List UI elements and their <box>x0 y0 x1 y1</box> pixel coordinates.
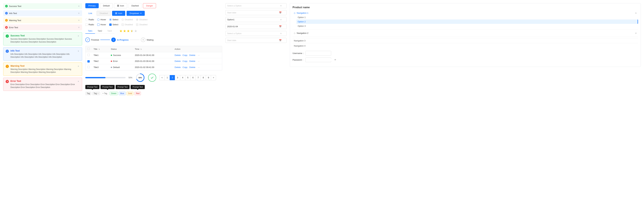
table-select-all[interactable] <box>88 48 90 50</box>
checkbox-hover[interactable]: Hover <box>97 23 106 26</box>
password-field: 👁 <box>306 58 331 62</box>
nav-option-1[interactable]: Option 1 <box>296 15 638 20</box>
date-1[interactable]: Start date 📅 <box>226 10 286 15</box>
row3-copy[interactable]: Copy <box>182 66 188 69</box>
row2-delete2[interactable]: Delete <box>189 60 196 62</box>
time-sort-icon[interactable]: ⇅ <box>140 48 142 50</box>
dashed-button[interactable]: Dashed <box>128 3 142 8</box>
next-page-button[interactable]: > <box>211 75 216 80</box>
page-3-button[interactable]: 3 <box>175 75 180 80</box>
row3-delete2[interactable]: Delete <box>189 66 196 69</box>
eye-icon[interactable]: 👁 <box>334 59 336 61</box>
tooltip-4[interactable]: Prompt Text <box>130 85 145 89</box>
alert-close[interactable]: × <box>77 65 80 68</box>
checkbox-disabled-box <box>122 24 124 26</box>
row2-checkbox[interactable]: ✓ <box>88 60 90 63</box>
alert-close[interactable]: × <box>78 5 80 8</box>
radio-hover[interactable]: Hover <box>97 18 106 21</box>
select-2[interactable]: Option1 ∨ <box>226 17 286 22</box>
tab-2[interactable]: Tab2 <box>95 28 105 34</box>
stars-rating[interactable]: ★ ★ ★ ★ ★ ★ <box>119 29 137 33</box>
page-6-button[interactable]: 6 <box>190 75 196 80</box>
row1-delete1[interactable]: Delete <box>175 54 181 56</box>
nav-option-2[interactable]: Option 2 <box>296 20 638 24</box>
prev-page-button[interactable]: < <box>160 75 164 80</box>
alert-close[interactable]: × <box>78 26 80 29</box>
select-box-3[interactable]: Select a Option ∨ <box>226 31 286 36</box>
tag-close-icon[interactable]: × <box>98 92 98 94</box>
circle-progress-label: 68% <box>138 77 142 79</box>
password-input[interactable] <box>307 59 334 61</box>
alert-close[interactable]: × <box>78 19 80 22</box>
checkbox-label: Radio <box>88 23 94 26</box>
nav-section-3[interactable]: Navigation 3 <box>292 38 638 43</box>
circular-progress: 68% <box>136 73 145 82</box>
select-3[interactable]: Select a Option ∨ <box>226 31 286 36</box>
row2-more[interactable]: ··· <box>198 60 200 62</box>
tab-1[interactable]: Tab1 <box>85 28 95 34</box>
svg-rect-0 <box>117 5 118 6</box>
date-3[interactable]: Start date 📅 <box>226 38 286 43</box>
icon-button[interactable]: Icon <box>114 3 127 8</box>
checkbox-selected[interactable]: ✓ Select <box>109 23 118 26</box>
alert-close[interactable]: × <box>77 34 80 38</box>
date-box-2[interactable]: 2020-01-04 📅 <box>226 24 286 29</box>
page-8-button[interactable]: 8 <box>200 75 206 80</box>
alert-info-desc: Info Description Info Description Info D… <box>10 53 76 59</box>
page-5-button[interactable]: 5 <box>185 75 190 80</box>
step-finished-label: Finished <box>91 39 99 41</box>
tags-row: Tag Tag × + Tag Green Blue Gold Red <box>85 92 222 95</box>
nav-product-name: Product name <box>292 6 638 9</box>
radio-selected[interactable]: Select <box>109 18 118 21</box>
alert-close[interactable]: × <box>78 12 80 15</box>
row3-checkbox[interactable] <box>88 66 90 68</box>
tag-add-button[interactable]: + Tag <box>101 92 108 95</box>
row1-delete2[interactable]: Delete <box>189 54 196 56</box>
page-7-button[interactable]: 7 <box>196 75 200 80</box>
date-box-3[interactable]: Start date 📅 <box>226 38 286 43</box>
primary-button[interactable]: Primary <box>85 3 99 8</box>
tooltip-2[interactable]: Prompt Text <box>100 85 115 89</box>
dropdown-button[interactable]: Dropdown ▼ <box>126 11 145 16</box>
alert-error-title: Error Text <box>10 80 76 82</box>
row2-copy[interactable]: Copy <box>182 60 188 62</box>
tooltip-3[interactable]: Prompt Text <box>116 85 130 89</box>
page-4-button[interactable]: 4 <box>180 75 185 80</box>
row1-more[interactable]: ··· <box>198 54 200 56</box>
alert-close[interactable]: × <box>77 80 80 83</box>
alert-close[interactable]: × <box>77 50 80 53</box>
row1-checkbox[interactable] <box>88 54 90 56</box>
progress-bar-fill <box>85 77 106 78</box>
row1-copy[interactable]: Copy <box>182 54 188 56</box>
date-2[interactable]: 2020-01-04 📅 <box>226 24 286 29</box>
row3-delete1[interactable]: Delete <box>175 66 181 69</box>
page-2-button[interactable]: 2 <box>170 75 175 80</box>
link-button[interactable]: Link <box>85 11 95 16</box>
danger-button[interactable]: Danger <box>143 3 156 8</box>
checkbox-disabled-checked: ✓ Disabled <box>136 23 148 26</box>
nav-option-3[interactable]: Option 3 <box>296 24 638 28</box>
alert-error-text: Error Text <box>9 26 18 29</box>
buttons-row-2: Link Disabled Icon Dropdown ▼ <box>85 11 222 16</box>
select-box-1[interactable]: Select a Option ∨ <box>226 3 286 8</box>
select-box-2[interactable]: Option1 ∨ <box>226 17 286 22</box>
icon-blue-button[interactable]: Icon <box>112 11 125 16</box>
checkbox-disabled-checked-label: Disabled <box>139 23 148 26</box>
nav-section-1-header[interactable]: ◇ Navigation 1 ∧ <box>292 11 638 15</box>
page-9-button[interactable]: 9 <box>206 75 211 80</box>
select-1[interactable]: Select a Option ∨ <box>226 3 286 8</box>
step-line-1 <box>100 40 110 40</box>
page-1-button[interactable]: 1 <box>164 75 170 80</box>
sort-icon[interactable]: ⇅ <box>98 48 100 50</box>
checkbox-unchecked[interactable]: Radio <box>85 23 94 26</box>
nav-section-4[interactable]: Navigation 4 <box>292 43 638 48</box>
tooltip-1[interactable]: Prompt Text <box>85 85 100 89</box>
date-box-1[interactable]: Start date 📅 <box>226 10 286 15</box>
row3-more[interactable]: ··· <box>198 66 200 69</box>
row2-delete1[interactable]: Delete <box>175 60 181 62</box>
check-icon <box>150 76 154 79</box>
username-input[interactable] <box>306 51 331 56</box>
default-button[interactable]: Default <box>100 3 113 8</box>
nav-section-2-header[interactable]: ◇ Navigation 2 ∨ <box>292 31 638 35</box>
radio-unchecked[interactable]: Radio <box>85 18 94 21</box>
